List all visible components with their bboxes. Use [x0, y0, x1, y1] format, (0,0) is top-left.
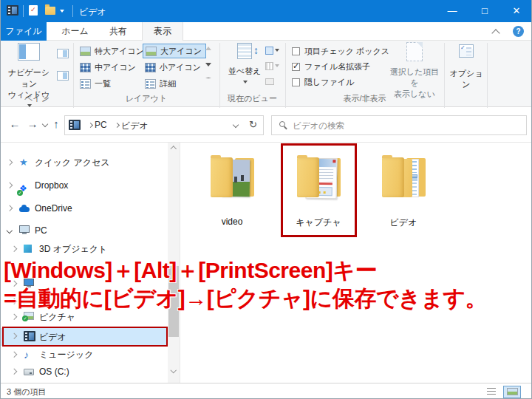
item-checkboxes-option[interactable]: 項目チェック ボックス — [292, 47, 389, 58]
hide-selected-items-button[interactable]: 選択した項目を 表示しない — [388, 42, 441, 100]
sort-by-icon — [237, 43, 252, 59]
preview-pane-icon — [57, 49, 69, 58]
recent-locations-icon[interactable] — [42, 121, 48, 127]
layout-extra-large-icons[interactable]: 特大アイコン — [78, 44, 141, 58]
tab-file[interactable]: ファイル — [1, 22, 47, 41]
details-view-button[interactable] — [482, 386, 500, 398]
onedrive-cloud-icon — [19, 203, 30, 212]
annotation-line1: [Windows]＋[Alt]＋[PrintScreen]キー — [4, 256, 487, 284]
options-label: オプション — [449, 68, 484, 90]
layout-small-icons[interactable]: 小アイコン — [143, 60, 206, 75]
checkbox-unchecked-icon[interactable] — [292, 47, 300, 55]
hidden-files-option[interactable]: 隠しファイル — [292, 78, 354, 89]
group-label-layout: レイアウト — [73, 93, 219, 104]
thumbnail-view-button[interactable] — [503, 386, 521, 398]
large-icons-icon — [146, 47, 157, 56]
folder-icon — [208, 154, 256, 199]
sidebar-item-onedrive[interactable]: OneDrive — [1, 200, 168, 216]
chevron-right-icon[interactable] — [7, 160, 13, 166]
chevron-right-icon[interactable] — [11, 246, 17, 252]
address-video-folder-icon — [69, 120, 81, 130]
size-columns-icon — [265, 78, 274, 85]
small-icons-icon — [145, 63, 156, 72]
list-view-icon — [80, 79, 91, 89]
minimize-ribbon-icon[interactable] — [491, 29, 499, 37]
up-button[interactable]: ↑ — [48, 115, 64, 133]
layout-large-icons[interactable]: 大アイコン — [143, 44, 206, 58]
thumbnail-view-icon — [507, 388, 518, 395]
breadcrumb-pc[interactable]: PC — [95, 120, 107, 130]
tab-share[interactable]: 共有 — [99, 22, 137, 41]
scroll-down-icon[interactable] — [171, 367, 177, 373]
chevron-right-icon[interactable] — [7, 205, 13, 211]
back-button[interactable]: ← — [7, 115, 23, 133]
group-label-current-view: 現在のビュー — [219, 93, 285, 104]
navigation-pane-label1: ナビゲーション — [5, 67, 52, 89]
scroll-up-icon[interactable] — [171, 146, 177, 152]
minimize-button[interactable]: — — [436, 0, 468, 22]
layout-details[interactable]: 詳細 — [143, 76, 206, 91]
chevron-right-icon[interactable] — [11, 352, 17, 358]
size-columns-button[interactable] — [265, 76, 284, 89]
sidebar-item-quick-access[interactable]: ★クイック アクセス — [1, 154, 168, 171]
breadcrumb-chevron-icon — [115, 123, 120, 128]
chevron-down-icon[interactable] — [7, 228, 13, 233]
layout-more-icon[interactable] — [205, 78, 211, 79]
layout-scroll-up-icon[interactable] — [205, 47, 211, 50]
ribbon-tab-row: ファイル ホーム 共有 表示 — [1, 22, 531, 41]
qat-dropdown-icon[interactable] — [60, 10, 64, 13]
tab-home[interactable]: ホーム — [55, 22, 95, 41]
refresh-icon[interactable]: ↻ — [249, 119, 257, 130]
folder-video[interactable]: video — [200, 151, 265, 228]
group-by-button[interactable] — [265, 45, 284, 58]
window-title: ビデオ — [79, 6, 106, 18]
chevron-right-icon[interactable] — [7, 183, 13, 188]
sidebar-item-dropbox[interactable]: ❖✓Dropbox — [1, 177, 168, 194]
address-bar[interactable]: PC ビデオ ↻ — [64, 115, 264, 135]
options-icon — [459, 44, 474, 58]
tab-view[interactable]: 表示 — [142, 22, 183, 41]
search-icon — [279, 121, 285, 127]
add-columns-button[interactable] — [265, 61, 284, 74]
layout-medium-icons[interactable]: 中アイコン — [78, 60, 141, 75]
pc-monitor-icon — [19, 225, 30, 233]
sidebar-item-music[interactable]: ♪ミュージック — [1, 347, 168, 363]
checkbox-checked-icon[interactable] — [292, 63, 300, 71]
close-button[interactable]: ✕ — [500, 0, 532, 22]
preview-pane-button[interactable] — [55, 47, 70, 61]
breadcrumb-chevron-icon — [88, 123, 93, 128]
forward-button[interactable]: → — [24, 115, 41, 133]
address-row: ← → ↑ PC ビデオ ↻ ビデオの検索 — [1, 108, 531, 143]
3d-objects-cube-icon — [24, 244, 32, 253]
layout-scroll-down-icon[interactable] — [205, 63, 211, 66]
sidebar-item-os-c[interactable]: OS (C:) — [1, 364, 168, 380]
sort-by-label: 並べ替え — [224, 66, 265, 77]
annotation-box-videos-item — [2, 327, 168, 347]
qat-separator — [72, 5, 73, 17]
address-dropdown-icon[interactable] — [233, 122, 239, 128]
search-box[interactable]: ビデオの検索 — [271, 115, 527, 135]
details-view-icon — [145, 79, 156, 89]
layout-list[interactable]: 一覧 — [78, 76, 141, 91]
status-bar: 3 個の項目 — [1, 383, 531, 399]
sort-by-button[interactable]: 並べ替え — [224, 43, 265, 86]
music-note-icon: ♪ — [24, 349, 29, 360]
explorer-window: ビデオ — □ ✕ ファイル ホーム 共有 表示 ? ナビゲーション ウィンドウ… — [0, 0, 532, 399]
file-extensions-option[interactable]: ファイル名拡張子 — [292, 62, 370, 74]
breadcrumb-current[interactable]: ビデオ — [121, 120, 149, 132]
checkbox-unchecked-icon[interactable] — [292, 78, 300, 86]
options-button[interactable]: オプション — [449, 44, 484, 90]
annotation-box-capture-folder — [281, 143, 357, 237]
maximize-button[interactable]: □ — [468, 0, 501, 22]
window-video-folder-icon — [7, 5, 18, 16]
chevron-right-icon[interactable] — [11, 369, 17, 375]
details-pane-button[interactable] — [55, 69, 70, 83]
sidebar-item-3d-objects[interactable]: 3D オブジェクト — [1, 241, 168, 257]
help-icon[interactable]: ? — [513, 26, 524, 37]
quick-access-star-icon: ★ — [19, 157, 28, 168]
folder-videos-jp[interactable]: ビデオ — [371, 151, 436, 228]
sidebar-item-pc[interactable]: PC — [1, 222, 168, 239]
chevron-right-icon[interactable] — [11, 314, 17, 320]
qat-new-folder-icon[interactable] — [45, 7, 55, 15]
qat-properties-icon[interactable] — [29, 5, 38, 16]
